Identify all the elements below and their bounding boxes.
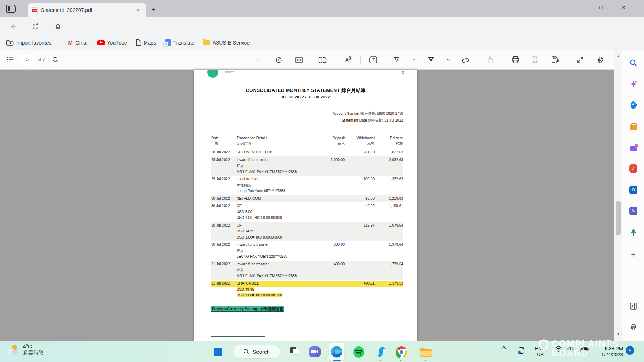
- highlight-options-chevron-icon[interactable]: [446, 54, 451, 66]
- chrome-running-dot: [400, 360, 401, 361]
- youtube-icon: [97, 40, 105, 45]
- pdf-viewport[interactable]: 2 CONSOLIDATED MONTHLY STATEMENT 綜合月結單 0…: [0, 70, 614, 341]
- add-text-icon[interactable]: [367, 54, 379, 66]
- files-running-dot: [425, 360, 426, 361]
- favorites-divider: [60, 39, 60, 46]
- spotify-button[interactable]: [352, 345, 365, 359]
- tray-clock[interactable]: 9:38 PM 1/24/2023: [590, 345, 623, 358]
- favorite-gmail[interactable]: M Gmail: [68, 39, 88, 46]
- table-of-contents-icon[interactable]: [4, 54, 17, 66]
- account-number-line: Account Number 賬戶號碼: 8880 0820 2730: [333, 111, 403, 116]
- weather-temp: 4°C: [23, 343, 44, 349]
- transactions-table-body: 28 Jul 2022SP LOVENJOY CLUB281.001,032.6…: [211, 149, 403, 299]
- outlook-icon[interactable]: O: [628, 185, 638, 195]
- minimize-button[interactable]: —: [571, 0, 588, 14]
- designer-icon[interactable]: ✎: [628, 206, 638, 216]
- save-icon: [529, 54, 541, 66]
- bank-logo-text-fragment: [225, 71, 234, 72]
- office-icon[interactable]: ⁄: [628, 164, 638, 173]
- tray-language-switcher[interactable]: ENGUS: [535, 345, 545, 358]
- taskbar-search[interactable]: Search: [233, 345, 280, 359]
- vertical-scrollbar[interactable]: ▲ ▼: [614, 50, 622, 341]
- table-header: Date日期 Transaction Details交易詳情 Deposit存入…: [211, 136, 403, 148]
- battery-pen-icon[interactable]: [577, 346, 590, 352]
- rotate-icon[interactable]: [272, 54, 285, 66]
- favorite-import-favorites[interactable]: Import favorites: [6, 39, 51, 46]
- discover-icon[interactable]: [628, 79, 638, 89]
- sidebar-settings-gear-icon[interactable]: [628, 322, 638, 332]
- refresh-icon[interactable]: [31, 22, 40, 31]
- statement-date-line: Statement Date 結單日期: 31 Jul 2022: [342, 118, 403, 123]
- favorite-label: Maps: [144, 40, 156, 46]
- edge-running-bar: [333, 360, 341, 361]
- table-row: 30 Jul 2022NETFLIX.COM93.001,239.63: [211, 195, 403, 203]
- edge-browser-button[interactable]: [330, 345, 343, 359]
- fit-to-width-icon[interactable]: [293, 54, 305, 66]
- workspaces-icon[interactable]: [6, 5, 16, 13]
- page-corner-number: 2: [402, 70, 404, 75]
- document-icon: [136, 39, 141, 46]
- browser-tab[interactable]: PDF Statement_202207.pdf ✕: [28, 3, 146, 17]
- pdf-toolbar: 5 of 7 − + A))): [0, 50, 614, 70]
- favorite-translate[interactable]: 文 Translate: [165, 39, 195, 46]
- read-aloud-icon[interactable]: A))): [342, 54, 354, 66]
- add-sidebar-app-icon[interactable]: +: [628, 250, 638, 260]
- favorite-label: Import favorites: [16, 40, 51, 46]
- full-screen-icon[interactable]: [574, 54, 586, 66]
- games-icon[interactable]: [628, 143, 638, 152]
- file-explorer-button[interactable]: [419, 345, 433, 359]
- search-icon: [243, 349, 250, 355]
- section-footer: Foreign-Currency Savings 外幣活期儲蓄: [211, 307, 284, 312]
- zoom-out-icon[interactable]: −: [232, 54, 244, 66]
- draw-options-chevron-icon[interactable]: [411, 54, 417, 66]
- wifi-icon[interactable]: [553, 346, 564, 352]
- taskbar-weather-widget[interactable]: 4°C 多雲時陰: [6, 343, 44, 356]
- bing-search-icon[interactable]: [628, 58, 638, 68]
- task-view-button[interactable]: [287, 345, 301, 359]
- favorite-asus-eservice[interactable]: ASUS E-Service: [203, 40, 250, 46]
- draw-pen-icon[interactable]: [390, 54, 403, 66]
- grow-tree-icon[interactable]: [628, 227, 638, 237]
- statement-title: CONSOLIDATED MONTHLY STATEMENT 綜合月結單: [194, 87, 417, 94]
- translate-icon: 文: [165, 39, 171, 46]
- tray-sync-icon[interactable]: [516, 346, 527, 355]
- new-tab-button[interactable]: +: [149, 5, 159, 15]
- print-icon[interactable]: [509, 54, 522, 66]
- page-view-icon[interactable]: [316, 54, 329, 66]
- scrollbar-thumb[interactable]: [616, 201, 621, 235]
- notification-badge[interactable]: 5: [626, 346, 634, 355]
- surfshark-button[interactable]: [374, 345, 388, 359]
- gmail-icon: M: [68, 39, 73, 46]
- favorites-bar: Import favorites M Gmail YouTube Maps 文 …: [0, 35, 644, 50]
- highlighter-icon[interactable]: [425, 54, 437, 66]
- tab-close-icon[interactable]: ✕: [134, 6, 142, 14]
- eraser-icon[interactable]: [459, 54, 472, 66]
- chrome-button[interactable]: [394, 345, 408, 359]
- import-favorites-icon: [6, 39, 14, 46]
- teams-chat-button[interactable]: [308, 345, 322, 359]
- tools-icon[interactable]: [628, 122, 638, 131]
- start-button[interactable]: [211, 345, 225, 359]
- close-button[interactable]: ✕: [615, 0, 632, 14]
- table-row: 31 Jul 2022CHATURBILL400.111,379.53USD 4…: [211, 280, 403, 299]
- tray-date: 1/24/2023: [590, 352, 623, 358]
- pdf-search-icon[interactable]: [49, 54, 62, 66]
- back-icon[interactable]: [9, 22, 18, 31]
- home-icon[interactable]: [54, 22, 62, 31]
- speaker-icon[interactable]: [565, 346, 576, 352]
- edge-sidebar: ⁄ O ✎ +: [622, 50, 644, 341]
- scroll-down-icon[interactable]: ▼: [614, 332, 622, 336]
- open-panel-icon[interactable]: [628, 301, 638, 311]
- maximize-button[interactable]: ▢: [593, 0, 610, 14]
- save-as-icon[interactable]: [549, 54, 561, 66]
- scroll-up-icon[interactable]: ▲: [614, 54, 622, 58]
- favorite-maps[interactable]: Maps: [136, 39, 156, 46]
- tab-title: Statement_202207.pdf: [41, 7, 134, 13]
- table-row: 30 Jul 2022Inward fund transfer300.001,3…: [211, 241, 403, 261]
- pdf-settings-gear-icon[interactable]: [594, 54, 606, 66]
- page-number-input[interactable]: 5: [20, 54, 34, 65]
- favorite-youtube[interactable]: YouTube: [97, 40, 127, 46]
- tray-chevron-icon[interactable]: [498, 346, 509, 349]
- zoom-in-icon[interactable]: +: [252, 54, 264, 66]
- shopping-icon[interactable]: [628, 100, 638, 110]
